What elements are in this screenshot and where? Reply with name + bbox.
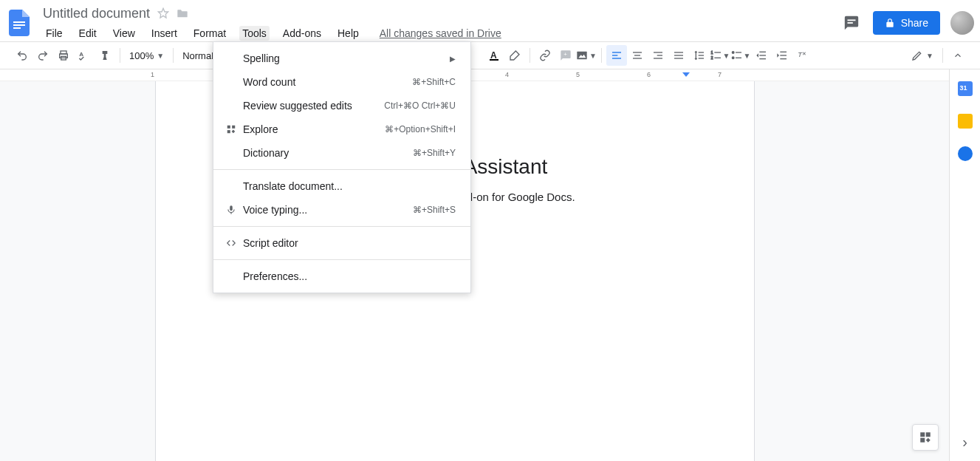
svg-rect-53 [232,126,235,129]
tools-item-translate-document-[interactable]: Translate document... [213,174,470,198]
document-title[interactable]: Untitled document [43,6,150,21]
menu-item-label: Preferences... [243,270,307,282]
docs-logo[interactable] [6,5,32,41]
code-icon [224,238,239,248]
redo-button[interactable] [32,45,53,66]
align-left-button[interactable] [606,45,627,66]
ruler-number: 6 [647,71,651,78]
tools-item-script-editor[interactable]: Script editor [213,231,470,255]
menu-bar: File Edit View Insert Format Tools Add-o… [43,26,501,41]
numbered-list-button[interactable]: 12▼ [710,45,730,66]
tools-item-preferences-[interactable]: Preferences... [213,264,470,288]
insert-comment-button[interactable]: + [555,45,576,66]
collapse-toolbar-button[interactable] [948,45,968,66]
side-panel: › [949,69,980,461]
paint-format-button[interactable] [95,45,115,66]
tools-item-spelling[interactable]: Spelling▶ [213,47,470,70]
keep-icon[interactable] [958,114,973,129]
menu-file[interactable]: File [43,26,66,41]
insert-image-button[interactable]: ▼ [576,45,597,66]
bulleted-list-button[interactable]: ▼ [730,45,751,66]
svg-text:A: A [490,50,497,61]
user-avatar[interactable] [950,11,974,35]
tools-item-review-suggested-edits[interactable]: Review suggested editsCtrl+⌘O Ctrl+⌘U [213,94,470,117]
svg-marker-3 [158,8,168,18]
spellcheck-button[interactable]: A [74,45,95,66]
svg-rect-56 [230,205,233,211]
ruler-number: 5 [576,71,580,78]
menu-item-shortcut: Ctrl+⌘O Ctrl+⌘U [384,100,456,111]
clear-formatting-button[interactable]: T✕ [792,45,813,66]
svg-marker-45 [777,53,779,57]
submenu-arrow-icon: ▶ [450,55,456,63]
explore-fab[interactable] [912,424,939,451]
ruler-number: 4 [505,71,509,78]
align-right-button[interactable] [648,45,668,66]
highlight-color-button[interactable] [504,45,525,66]
save-status[interactable]: All changes saved in Drive [380,27,501,39]
menu-help[interactable]: Help [335,26,362,41]
menu-item-label: Dictionary [243,147,289,159]
menu-format[interactable]: Format [191,26,229,41]
insert-link-button[interactable] [535,45,555,66]
svg-text:✕: ✕ [802,51,806,56]
decrease-indent-button[interactable] [751,45,772,66]
editing-mode-button[interactable]: ▼ [907,49,938,61]
svg-point-34 [732,52,734,54]
menu-item-label: Word count [243,76,295,88]
menu-edit[interactable]: Edit [76,26,100,41]
tools-item-voice-typing-[interactable]: Voice typing...⌘+Shift+S [213,198,470,222]
ruler-indent-marker[interactable] [682,72,690,77]
menu-item-label: Explore [243,123,278,135]
comments-button[interactable] [840,12,863,34]
star-icon[interactable] [157,7,169,19]
menu-item-shortcut: ⌘+Shift+S [413,205,456,215]
align-justify-button[interactable] [668,45,689,66]
side-panel-toggle[interactable]: › [962,434,967,451]
svg-rect-4 [847,19,855,21]
menu-item-shortcut: ⌘+Shift+Y [413,148,456,158]
svg-marker-51 [926,438,931,443]
svg-point-35 [732,57,734,59]
menu-item-label: Review suggested edits [243,100,352,112]
tools-item-dictionary[interactable]: Dictionary⌘+Shift+Y [213,141,470,165]
tools-item-explore[interactable]: Explore⌘+Option+Shift+I [213,117,470,141]
menu-item-label: Voice typing... [243,204,307,216]
lock-icon [885,18,895,28]
ruler-number: 1 [151,71,154,78]
calendar-icon[interactable] [958,81,973,96]
menu-addons[interactable]: Add-ons [280,26,324,41]
text-color-button[interactable]: A [484,45,504,66]
svg-text:2: 2 [710,56,713,60]
menu-insert[interactable]: Insert [148,26,180,41]
title-block: Untitled document File Edit View Insert … [43,6,501,41]
align-center-button[interactable] [627,45,648,66]
increase-indent-button[interactable] [772,45,792,66]
folder-icon[interactable] [177,8,188,18]
menu-item-shortcut: ⌘+Shift+C [412,77,456,87]
explore-icon [224,124,239,134]
title-bar: Untitled document File Edit View Insert … [0,0,980,41]
print-button[interactable] [53,45,74,66]
tools-item-word-count[interactable]: Word count⌘+Shift+C [213,70,470,94]
share-label: Share [901,17,928,29]
svg-text:1: 1 [710,51,713,55]
menu-tools[interactable]: Tools [239,26,270,41]
share-button[interactable]: Share [873,11,940,35]
menu-view[interactable]: View [110,26,138,41]
undo-button[interactable] [12,45,32,66]
svg-text:+: + [563,51,567,58]
svg-marker-55 [232,130,236,134]
mic-icon [224,205,239,215]
toolbar: A 100%▼ Normal A + ▼ 12▼ ▼ T✕ ▼ [0,41,980,69]
zoom-select[interactable]: 100%▼ [125,50,168,61]
horizontal-ruler[interactable]: 11234567 [0,69,980,81]
tools-dropdown: Spelling▶Word count⌘+Shift+CReview sugge… [213,41,471,293]
menu-item-label: Translate document... [243,180,343,192]
menu-item-shortcut: ⌘+Option+Shift+I [385,124,456,134]
paragraph-style-select[interactable]: Normal [178,50,218,61]
ruler-number: 7 [718,71,722,78]
menu-item-label: Script editor [243,237,298,249]
line-spacing-button[interactable] [689,45,710,66]
tasks-icon[interactable] [958,146,973,161]
